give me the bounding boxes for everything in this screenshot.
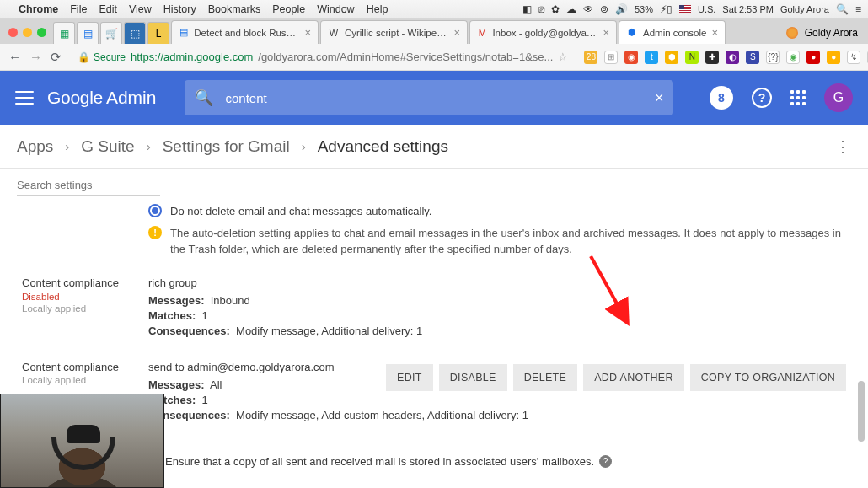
search-input[interactable] — [225, 91, 642, 105]
radio-label: Do not delete email and chat messages au… — [170, 205, 431, 217]
help-tooltip-icon[interactable]: ? — [599, 455, 612, 468]
value: 1 — [202, 309, 208, 322]
auto-delete-radio-row[interactable]: Do not delete email and chat messages au… — [22, 204, 846, 217]
search-settings-input[interactable] — [17, 175, 160, 196]
pinned-tab[interactable]: 🛒 — [100, 22, 122, 44]
forward-button: → — [29, 50, 42, 64]
brand[interactable]: Google Admin — [47, 88, 156, 108]
chevron-right-icon: › — [302, 139, 306, 153]
info-warning-icon: ! — [148, 226, 162, 239]
extension-icon[interactable]: S — [746, 51, 759, 64]
close-tab-icon[interactable]: × — [711, 26, 718, 39]
label: Messages: — [148, 378, 204, 391]
close-tab-icon[interactable]: × — [304, 26, 311, 39]
pinned-tab[interactable]: L — [147, 22, 169, 44]
value: Inbound — [211, 294, 250, 307]
tab-wikipedia[interactable]: W Cyrillic script - Wikipedia × — [320, 20, 468, 44]
extension-icon[interactable]: ↯ — [847, 51, 860, 64]
menu-help[interactable]: Help — [367, 3, 388, 15]
search-box[interactable]: 🔍 × — [185, 80, 673, 115]
fullscreen-window-icon[interactable] — [37, 28, 46, 37]
rule-name: rich group — [148, 276, 846, 289]
status-icon: ⎚ — [538, 3, 544, 15]
close-window-icon[interactable] — [8, 28, 18, 37]
extension-icon[interactable]: ✚ — [705, 51, 719, 64]
crumb-gsuite[interactable]: G Suite — [81, 137, 134, 156]
status-disabled: Disabled — [22, 292, 148, 302]
extension-icon[interactable]: ● — [827, 51, 840, 64]
copy-to-org-button[interactable]: COPY TO ORGANIZATION — [690, 364, 846, 391]
menu-app[interactable]: Chrome — [19, 3, 58, 15]
menu-window[interactable]: Window — [317, 3, 354, 15]
window-controls[interactable] — [7, 28, 53, 44]
bookmark-star-icon[interactable]: ☆ — [558, 51, 568, 63]
crumb-advanced: Advanced settings — [318, 137, 448, 156]
profile-name[interactable]: Goldy Arora — [805, 27, 858, 39]
tab-docs[interactable]: ▤ Detect and block Russian la × — [171, 20, 319, 44]
help-icon[interactable]: ? — [752, 88, 772, 108]
disable-button[interactable]: DISABLE — [439, 364, 507, 391]
extension-icon[interactable]: ⬢ — [665, 51, 678, 64]
delete-button[interactable]: DELETE — [513, 364, 577, 391]
wifi-icon: ⊚ — [600, 3, 608, 15]
pinned-tab-docs[interactable]: ▤ — [77, 22, 99, 44]
pinned-tab[interactable]: ⬚ — [124, 22, 146, 44]
pinned-tab-sheets[interactable]: ▦ — [53, 22, 75, 44]
profile-icon[interactable] — [786, 27, 798, 39]
crumb-apps[interactable]: Apps — [17, 137, 53, 156]
extension-icon[interactable]: 28 — [584, 51, 597, 64]
spotlight-icon[interactable]: 🔍 — [836, 3, 849, 15]
menu-user[interactable]: Goldy Arora — [780, 4, 829, 14]
menu-people[interactable]: People — [272, 3, 305, 15]
eye-icon: 👁 — [583, 3, 593, 15]
more-options-icon[interactable]: ⋮ — [835, 137, 851, 156]
notification-badge[interactable]: 8 — [710, 86, 733, 110]
scrollbar[interactable] — [858, 381, 865, 442]
menu-history[interactable]: History — [163, 3, 196, 15]
minimize-window-icon[interactable] — [23, 28, 32, 37]
extension-icon[interactable]: {?} — [766, 51, 780, 64]
label: Consequences: — [148, 324, 230, 337]
extension-icon[interactable]: t — [645, 51, 658, 64]
tab-gmail[interactable]: M Inbox - goldy@goldyarora.c × — [469, 20, 617, 44]
back-button[interactable]: ← — [8, 50, 21, 64]
radio-selected-icon[interactable] — [148, 204, 162, 217]
compliance-rule-1: Content compliance Disabled Locally appl… — [22, 276, 846, 342]
mac-menu-bar: Chrome File Edit View History Bookmarks … — [0, 0, 868, 19]
secure-indicator[interactable]: 🔒 Secure — [78, 51, 126, 63]
menu-extra-icon[interactable]: ≡ — [855, 3, 861, 15]
clear-search-icon[interactable]: × — [655, 89, 664, 107]
us-flag-icon — [679, 5, 691, 13]
extension-icon[interactable]: ◉ — [786, 51, 800, 64]
menu-bookmarks[interactable]: Bookmarks — [208, 3, 261, 15]
extension-icon[interactable]: ● — [806, 51, 820, 64]
brand-google: Google — [47, 88, 103, 108]
apps-grid-icon[interactable] — [790, 90, 806, 105]
status-icon: ✿ — [551, 3, 560, 15]
crumb-gmail-settings[interactable]: Settings for Gmail — [163, 137, 290, 156]
menu-file[interactable]: File — [70, 3, 87, 15]
menu-edit[interactable]: Edit — [99, 3, 117, 15]
gmail-icon: M — [477, 27, 487, 39]
extension-icons: 28 ⊞ ◉ t ⬢ N ✚ ◐ S {?} ◉ ● ● ↯ [b] ✎ ◔ ◉… — [584, 50, 868, 65]
edit-button[interactable]: EDIT — [386, 364, 433, 391]
docs-icon: ▤ — [179, 27, 189, 39]
cloud-icon: ☁ — [566, 3, 576, 15]
search-settings-row — [0, 169, 868, 196]
account-avatar[interactable]: G — [824, 83, 853, 112]
extension-icon[interactable]: ⊞ — [604, 51, 618, 64]
tab-admin-console[interactable]: ⬢ Admin console × — [619, 20, 726, 44]
info-notice: ! The auto-deletion setting applies to c… — [22, 226, 846, 258]
chrome-tab-strip: ▦ ▤ 🛒 ⬚ L ▤ Detect and block Russian la … — [0, 19, 868, 44]
storage-text: Ensure that a copy of all sent and recei… — [165, 455, 594, 468]
reload-button[interactable]: ⟳ — [51, 50, 62, 65]
address-bar[interactable]: 🔒 Secure https://admin.google.com/goldya… — [70, 48, 576, 66]
close-tab-icon[interactable]: × — [603, 26, 609, 39]
menu-view[interactable]: View — [129, 3, 152, 15]
main-menu-button[interactable] — [15, 91, 34, 105]
close-tab-icon[interactable]: × — [453, 26, 460, 39]
add-another-button[interactable]: ADD ANOTHER — [583, 364, 684, 391]
extension-icon[interactable]: ◐ — [726, 51, 739, 64]
extension-icon[interactable]: ◉ — [624, 51, 638, 64]
extension-icon[interactable]: N — [685, 51, 699, 64]
